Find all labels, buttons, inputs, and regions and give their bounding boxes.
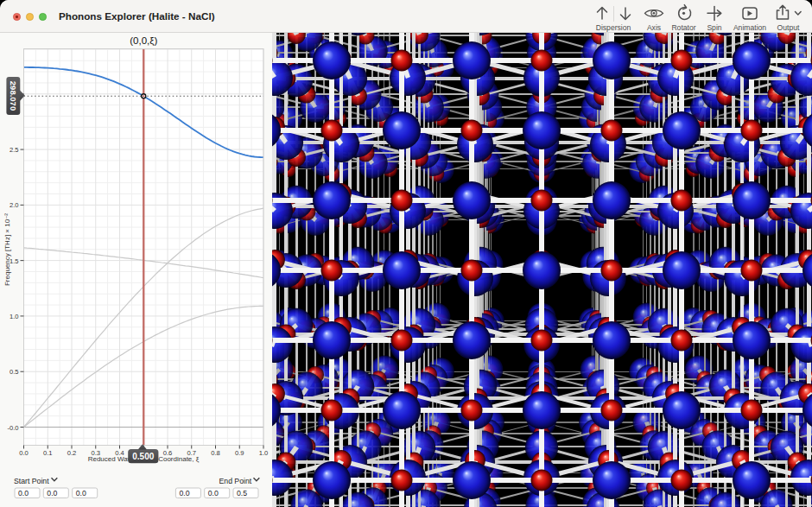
- svg-text:Animation: Animation: [733, 23, 766, 32]
- svg-text:Dispersion: Dispersion: [596, 23, 631, 32]
- svg-text:0.9: 0.9: [235, 449, 244, 457]
- svg-text:Rotator: Rotator: [671, 23, 695, 32]
- svg-text:0.0: 0.0: [18, 489, 29, 497]
- svg-text:0.0: 0.0: [47, 489, 57, 497]
- svg-text:0.0: 0.0: [19, 449, 29, 457]
- svg-text:2.0: 2.0: [10, 201, 19, 209]
- svg-text:End Point: End Point: [219, 477, 252, 485]
- svg-text:0.1: 0.1: [43, 449, 53, 457]
- svg-text:0.5: 0.5: [237, 489, 247, 497]
- svg-text:0.5: 0.5: [10, 368, 19, 376]
- svg-text:Output: Output: [777, 23, 800, 32]
- svg-text:0.2: 0.2: [67, 449, 77, 457]
- svg-text:2.5: 2.5: [10, 146, 19, 154]
- svg-text:-0.0: -0.0: [7, 424, 18, 432]
- svg-text:(0,0,ξ): (0,0,ξ): [130, 35, 157, 46]
- svg-text:Start Point: Start Point: [14, 477, 49, 485]
- svg-text:0.0: 0.0: [208, 489, 219, 497]
- svg-text:0.8: 0.8: [211, 449, 220, 457]
- svg-text:0.500: 0.500: [132, 452, 154, 461]
- svg-text:1.0: 1.0: [259, 449, 269, 457]
- svg-text:Spin: Spin: [707, 23, 721, 32]
- svg-text:Frequency [THz] × 10⁻²: Frequency [THz] × 10⁻²: [3, 213, 11, 286]
- svg-text:1.0: 1.0: [10, 313, 19, 320]
- svg-text:0.0: 0.0: [179, 489, 189, 497]
- svg-text:298.070: 298.070: [9, 81, 18, 111]
- svg-text:0.0: 0.0: [76, 489, 86, 497]
- svg-text:Axis: Axis: [647, 23, 661, 32]
